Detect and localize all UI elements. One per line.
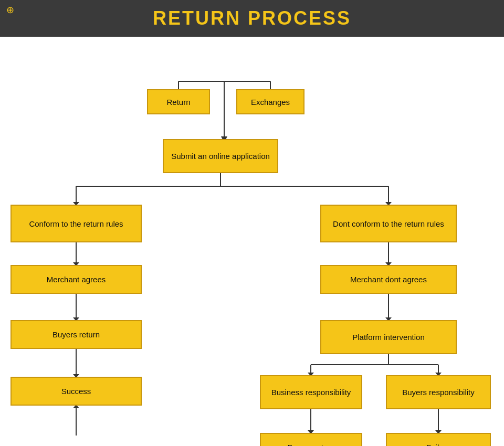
business-resp-box: Business responsibility [260,375,362,409]
merchant-dont-box: Merchant dont agrees [320,265,457,294]
buyers-resp-box: Buyers responsibility [386,375,491,409]
conform-box: Conform to the return rules [10,205,142,242]
merchant-agrees-box: Merchant agrees [10,265,142,294]
success-box: Success [10,377,142,406]
dont-conform-box: Dont conform to the return rules [320,205,457,242]
flowchart: Return Exchanges Submit an online applic… [0,37,504,436]
exchanges-box: Exchanges [236,89,304,114]
buyers-return-left-box: Buyers return [10,320,142,349]
return-box: Return [147,89,210,114]
page-title: RETURN PROCESS [153,7,351,29]
crosshair-icon: ⊕ [6,4,14,16]
submit-box: Submit an online application [163,139,278,173]
failure-box: Failure [386,433,491,446]
platform-box: Platform intervention [320,320,457,354]
header: ⊕ RETURN PROCESS [0,0,504,37]
buyers-return-mid-box: Buyers return [260,433,362,446]
